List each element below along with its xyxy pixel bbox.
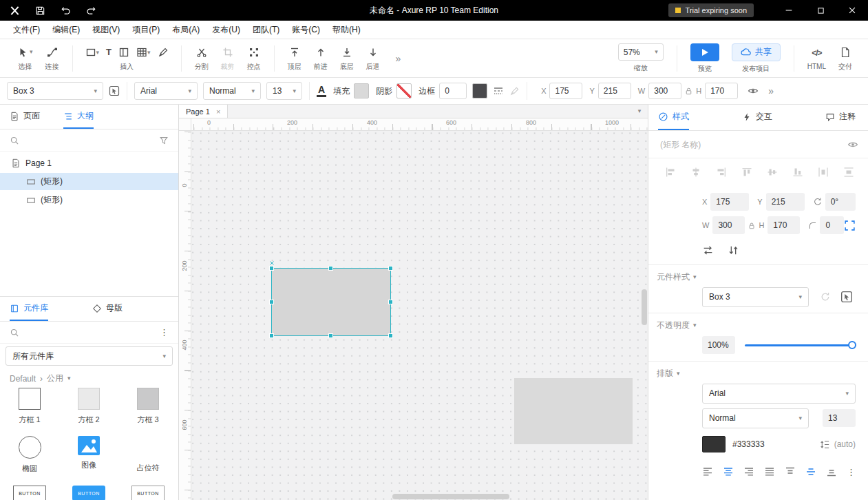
bring-to-front-button[interactable]: 顶层 xyxy=(288,45,301,72)
corner-radius-input[interactable]: 0 xyxy=(820,216,844,234)
tab-style[interactable]: 样式 xyxy=(658,105,689,130)
resize-handle[interactable] xyxy=(388,333,393,338)
opacity-section-header[interactable]: 不透明度 ▾ xyxy=(657,318,697,332)
shadow-swatch[interactable] xyxy=(396,83,412,98)
text-align-right-icon[interactable] xyxy=(743,466,754,477)
send-to-back-button[interactable]: 底层 xyxy=(340,45,354,72)
lock-ratio-icon[interactable] xyxy=(748,220,756,230)
insert-layout-tool[interactable] xyxy=(118,47,129,58)
widget-button[interactable]: BUTTON xyxy=(0,486,59,500)
widget-style-select[interactable]: Box 3▾ xyxy=(7,82,103,100)
menu-arrange[interactable]: 布局(A) xyxy=(166,24,206,36)
vertical-align-top-icon[interactable] xyxy=(785,466,796,477)
library-select[interactable]: 所有元件库 ▾ xyxy=(6,346,173,366)
height-input[interactable]: 170 xyxy=(768,216,800,234)
resize-handle[interactable] xyxy=(269,266,274,271)
slice-tool[interactable]: 分割 xyxy=(195,45,209,72)
share-button[interactable]: 共享 发布项目 xyxy=(732,43,781,74)
resize-handle[interactable] xyxy=(388,300,393,304)
widget-box1[interactable]: 方框 1 xyxy=(0,388,59,425)
menu-account[interactable]: 账号(C) xyxy=(286,24,326,36)
canvas-vertical-scrollbar[interactable] xyxy=(642,289,647,325)
rotation-input[interactable]: 0° xyxy=(825,193,856,211)
fit-selection-icon[interactable] xyxy=(844,220,856,231)
tree-node-rectangle[interactable]: (矩形) xyxy=(0,191,178,209)
text-color-button[interactable]: A xyxy=(317,85,326,97)
x-input[interactable]: 175 xyxy=(710,193,749,211)
border-style-icon[interactable] xyxy=(493,85,504,96)
menu-team[interactable]: 团队(T) xyxy=(246,24,286,36)
menu-file[interactable]: 文件(F) xyxy=(7,24,46,36)
resize-handle[interactable] xyxy=(328,266,333,271)
widget-image[interactable]: 图像 xyxy=(59,436,118,470)
menu-edit[interactable]: 编辑(E) xyxy=(46,24,86,36)
visibility-eye-icon[interactable] xyxy=(748,85,759,96)
widget-primary-button[interactable]: BUTTON xyxy=(59,486,118,500)
y-input[interactable]: 215 xyxy=(598,83,631,99)
text-align-justify-icon[interactable] xyxy=(764,466,775,477)
flip-vertical-icon[interactable] xyxy=(728,244,739,256)
font-weight-select[interactable]: Normal▾ xyxy=(203,82,261,100)
flip-horizontal-icon[interactable] xyxy=(702,244,714,256)
canvas-tab-page1[interactable]: Page 1 × xyxy=(179,105,228,118)
widget-box3[interactable]: 方框 3 xyxy=(118,388,178,425)
widget-style-select[interactable]: Box 3 ▾ xyxy=(702,287,809,307)
font-family-select[interactable]: Arial ▾ xyxy=(702,384,856,404)
insert-pen-tool[interactable] xyxy=(158,47,169,58)
resize-handle[interactable] xyxy=(269,333,274,338)
select-tool[interactable]: ▾ 选择 xyxy=(17,45,33,72)
width-input[interactable]: 300 xyxy=(712,216,745,234)
tab-interactions[interactable]: 交互 xyxy=(742,105,772,130)
opacity-slider[interactable] xyxy=(745,344,856,346)
kebab-menu-icon[interactable]: ⋮ xyxy=(160,327,169,337)
point-tool[interactable]: 控点 xyxy=(247,45,261,72)
undo-icon[interactable] xyxy=(61,5,71,15)
fill-color-swatch[interactable] xyxy=(354,83,369,98)
send-backward-button[interactable]: 后退 xyxy=(366,45,380,72)
style-editor-icon[interactable] xyxy=(840,291,853,303)
font-family-select[interactable]: Arial▾ xyxy=(134,82,198,100)
tab-masters[interactable]: 母版 xyxy=(92,297,123,321)
connect-tool[interactable]: 连接 xyxy=(45,45,59,72)
kebab-menu-icon[interactable]: ⋮ xyxy=(847,467,856,477)
visibility-eye-icon[interactable] xyxy=(847,139,858,150)
minimize-button[interactable] xyxy=(773,0,805,21)
menu-project[interactable]: 项目(P) xyxy=(126,24,166,36)
menu-view[interactable]: 视图(V) xyxy=(86,24,126,36)
trial-badge[interactable]: Trial expiring soon xyxy=(668,3,754,17)
close-tab-icon[interactable]: × xyxy=(216,107,220,116)
horizontal-ruler[interactable]: 0 200 400 600 800 1000 xyxy=(191,118,648,131)
tree-node-rectangle-selected[interactable]: (矩形) xyxy=(0,173,178,190)
text-align-center-icon[interactable] xyxy=(723,466,734,477)
bring-forward-button[interactable]: 前进 xyxy=(314,45,328,72)
widget-ellipse[interactable]: 椭圆 xyxy=(0,436,59,474)
opacity-input[interactable]: 100% xyxy=(702,336,735,354)
menu-publish[interactable]: 发布(U) xyxy=(206,24,246,36)
save-icon[interactable] xyxy=(35,5,45,15)
widget-style-section-header[interactable]: 元件样式 ▾ xyxy=(657,270,697,284)
y-input[interactable]: 215 xyxy=(766,193,805,211)
width-input[interactable]: 300 xyxy=(648,83,681,99)
font-size-select[interactable]: 13▾ xyxy=(266,82,302,100)
font-weight-select[interactable]: Normal ▾ xyxy=(702,408,809,428)
border-width-input[interactable]: 0 xyxy=(439,83,467,99)
canvas-horizontal-scrollbar[interactable] xyxy=(392,494,509,499)
text-color-hex[interactable]: #333333 xyxy=(732,439,765,449)
lock-ratio-icon[interactable] xyxy=(684,86,693,96)
line-height-value[interactable]: (auto) xyxy=(834,439,856,449)
tab-notes[interactable]: 注释 xyxy=(825,105,856,130)
x-input[interactable]: 175 xyxy=(549,83,582,99)
tab-pages[interactable]: 页面 xyxy=(10,105,40,129)
border-color-swatch[interactable] xyxy=(472,83,487,98)
height-input[interactable]: 170 xyxy=(705,83,738,99)
resize-handle[interactable] xyxy=(269,300,274,304)
widget-link-button[interactable]: BUTTON xyxy=(118,486,178,500)
slider-thumb[interactable] xyxy=(848,341,856,349)
insert-text-tool[interactable]: T xyxy=(106,47,112,57)
html-export-button[interactable]: </> HTML xyxy=(807,46,826,70)
redo-icon[interactable] xyxy=(86,5,96,15)
library-group-header[interactable]: Default › 公用 ▾ xyxy=(10,373,71,384)
text-align-left-icon[interactable] xyxy=(702,466,713,477)
widget-placeholder[interactable]: 占位符 xyxy=(118,436,178,473)
tab-list-chevron[interactable]: ▾ xyxy=(631,105,648,118)
